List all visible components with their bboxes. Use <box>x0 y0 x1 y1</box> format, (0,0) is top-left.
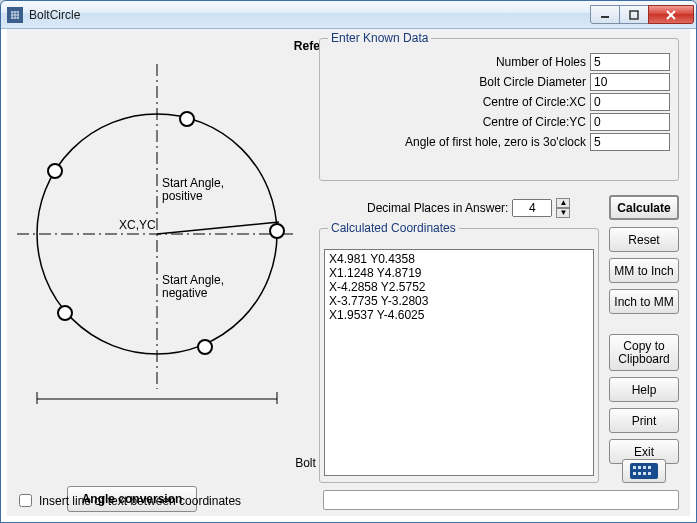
centre-yc-input[interactable] <box>590 113 670 131</box>
svg-rect-30 <box>643 472 646 475</box>
decimal-places-row: Decimal Places in Answer: ▲ ▼ <box>367 198 570 218</box>
svg-rect-8 <box>630 11 638 19</box>
num-holes-label: Number of Holes <box>496 55 586 69</box>
insert-text-label: Insert line of text between coordinates <box>39 494 241 508</box>
calculated-coordinates-output[interactable]: X4.981 Y0.4358 X1.1248 Y4.8719 X-4.2858 … <box>324 249 594 476</box>
client-area: Reference Diagram Start Angle,positive S… <box>7 29 690 516</box>
bolt-circle-diameter-input-label: Bolt Circle Diameter <box>479 75 586 89</box>
decimal-places-label: Decimal Places in Answer: <box>367 201 508 215</box>
copy-to-clipboard-button[interactable]: Copy to Clipboard <box>609 334 679 371</box>
svg-rect-27 <box>648 466 651 469</box>
decimal-spinner-down[interactable]: ▼ <box>556 208 570 218</box>
svg-point-18 <box>58 306 72 320</box>
insert-text-checkbox[interactable] <box>19 494 32 507</box>
app-window: BoltCircle Reference Diagram <box>0 0 697 523</box>
titlebar: BoltCircle <box>1 1 696 29</box>
calculated-coordinates-group: Calculated Coordinates X4.981 Y0.4358 X1… <box>319 221 599 483</box>
close-button[interactable] <box>648 5 694 24</box>
window-controls <box>591 5 694 24</box>
keypad-icon <box>630 463 658 479</box>
reset-button[interactable]: Reset <box>609 227 679 252</box>
reference-diagram-panel: Reference Diagram Start Angle,positive S… <box>15 35 315 467</box>
inch-to-mm-button[interactable]: Inch to MM <box>609 289 679 314</box>
enter-known-data-group: Enter Known Data Number of Holes Bolt Ci… <box>319 31 679 181</box>
window-title: BoltCircle <box>29 8 80 22</box>
start-angle-negative-label: Start Angle,negative <box>162 273 224 300</box>
action-button-column: Reset MM to Inch Inch to MM Copy to Clip… <box>609 227 679 464</box>
mm-to-inch-button[interactable]: MM to Inch <box>609 258 679 283</box>
keypad-button[interactable] <box>622 459 666 483</box>
svg-point-16 <box>180 112 194 126</box>
decimal-places-spinner: ▲ ▼ <box>556 198 570 218</box>
svg-rect-25 <box>638 466 641 469</box>
reference-diagram-svg: Start Angle,positive Start Angle,negativ… <box>7 59 307 404</box>
svg-point-17 <box>48 164 62 178</box>
svg-rect-28 <box>633 472 636 475</box>
help-button[interactable]: Help <box>609 377 679 402</box>
bolt-circle-diameter-input[interactable] <box>590 73 670 91</box>
first-hole-angle-input[interactable] <box>590 133 670 151</box>
decimal-spinner-up[interactable]: ▲ <box>556 198 570 208</box>
enter-known-data-legend: Enter Known Data <box>328 31 431 45</box>
calculated-coordinates-legend: Calculated Coordinates <box>328 221 459 235</box>
first-hole-angle-label: Angle of first hole, zero is 3o'clock <box>405 135 586 149</box>
minimize-button[interactable] <box>590 5 620 24</box>
insert-text-checkbox-row[interactable]: Insert line of text between coordinates <box>15 491 241 510</box>
decimal-places-input[interactable] <box>512 199 552 217</box>
svg-rect-24 <box>633 466 636 469</box>
svg-rect-31 <box>648 472 651 475</box>
svg-rect-26 <box>643 466 646 469</box>
center-xy-label: XC,YC <box>119 218 156 232</box>
start-angle-positive-label: Start Angle,positive <box>162 176 224 203</box>
app-icon <box>7 7 23 23</box>
maximize-button[interactable] <box>619 5 649 24</box>
print-button[interactable]: Print <box>609 408 679 433</box>
centre-xc-input[interactable] <box>590 93 670 111</box>
svg-point-19 <box>198 340 212 354</box>
centre-xc-label: Centre of Circle:XC <box>483 95 586 109</box>
svg-line-14 <box>157 222 279 234</box>
svg-rect-29 <box>638 472 641 475</box>
calculate-button[interactable]: Calculate <box>609 195 679 220</box>
svg-point-15 <box>270 224 284 238</box>
num-holes-input[interactable] <box>590 53 670 71</box>
centre-yc-label: Centre of Circle:YC <box>483 115 586 129</box>
svg-rect-23 <box>630 463 658 479</box>
status-box <box>323 490 679 510</box>
